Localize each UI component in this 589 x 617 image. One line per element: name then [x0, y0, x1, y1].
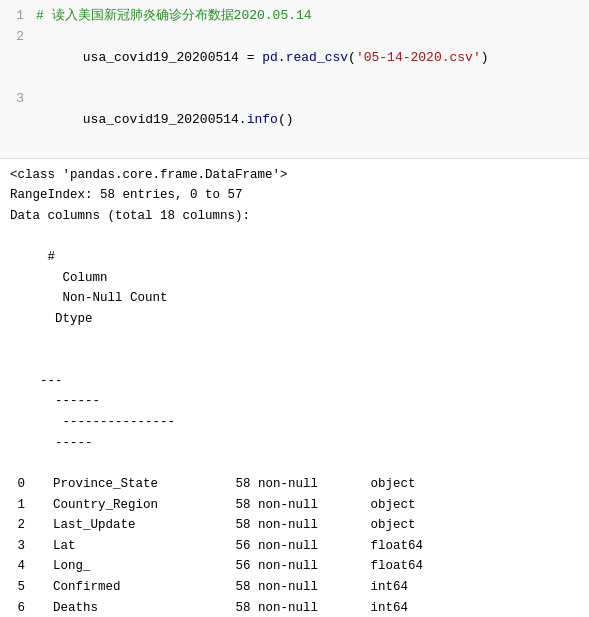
table-row: 1 Country_Region 58 non-null object	[10, 495, 579, 516]
code-expr-2: usa_covid19_20200514 = pd.read_csv('05-1…	[36, 27, 489, 89]
row-nonnull: 56 non-null	[228, 536, 348, 557]
row-nonnull: 58 non-null	[228, 598, 348, 617]
row-col-name: Lat	[38, 536, 228, 557]
row-num: 4	[10, 556, 38, 577]
row-dtype: int64	[348, 598, 408, 617]
table-rows: 0 Province_State 58 non-null object 1 Co…	[10, 474, 579, 617]
line-number-2: 2	[8, 27, 36, 48]
table-header-row: # Column Non-Null Count Dtype	[10, 226, 579, 350]
row-col-name: Province_State	[38, 474, 228, 495]
code-expr-3: usa_covid19_20200514.info()	[36, 89, 293, 151]
row-dtype: object	[348, 515, 416, 536]
row-nonnull: 58 non-null	[228, 515, 348, 536]
row-nonnull: 58 non-null	[228, 474, 348, 495]
row-dtype: object	[348, 474, 416, 495]
col-hash-header: #	[40, 247, 68, 268]
row-dtype: int64	[348, 577, 408, 598]
code-comment: # 读入美国新冠肺炎确诊分布数据2020.05.14	[36, 6, 312, 27]
row-col-name: Last_Update	[38, 515, 228, 536]
code-line-2: 2 usa_covid19_20200514 = pd.read_csv('05…	[0, 27, 589, 89]
row-num: 2	[10, 515, 38, 536]
output-class-line: <class 'pandas.core.frame.DataFrame'>	[10, 165, 579, 186]
row-num: 5	[10, 577, 38, 598]
row-num: 1	[10, 495, 38, 516]
row-nonnull: 58 non-null	[228, 495, 348, 516]
col-dtype-header: Dtype	[40, 309, 93, 330]
sep-count: ---------------	[40, 412, 190, 433]
row-num: 0	[10, 474, 38, 495]
row-num: 6	[10, 598, 38, 617]
line-number-3: 3	[8, 89, 36, 110]
row-nonnull: 58 non-null	[228, 577, 348, 598]
col-count-header: Non-Null Count	[40, 288, 183, 309]
table-separator: --- ------ --------------- -----	[10, 350, 579, 474]
code-line-1: 1 # 读入美国新冠肺炎确诊分布数据2020.05.14	[0, 6, 589, 27]
table-row: 3 Lat 56 non-null float64	[10, 536, 579, 557]
sep-name: ------	[40, 391, 230, 412]
table-row: 5 Confirmed 58 non-null int64	[10, 577, 579, 598]
sep-dtype: -----	[40, 433, 93, 454]
output-data-line: Data columns (total 18 columns):	[10, 206, 579, 227]
row-dtype: float64	[348, 536, 423, 557]
table-row: 6 Deaths 58 non-null int64	[10, 598, 579, 617]
row-nonnull: 56 non-null	[228, 556, 348, 577]
output-block: <class 'pandas.core.frame.DataFrame'> Ra…	[0, 159, 589, 617]
code-line-3: 3 usa_covid19_20200514.info()	[0, 89, 589, 151]
col-name-header: Column	[40, 268, 230, 289]
row-col-name: Deaths	[38, 598, 228, 617]
table-row: 4 Long_ 56 non-null float64	[10, 556, 579, 577]
table-row: 0 Province_State 58 non-null object	[10, 474, 579, 495]
sep-hash: ---	[40, 371, 68, 392]
table-row: 2 Last_Update 58 non-null object	[10, 515, 579, 536]
output-range-line: RangeIndex: 58 entries, 0 to 57	[10, 185, 579, 206]
line-number-1: 1	[8, 6, 36, 27]
row-num: 3	[10, 536, 38, 557]
row-col-name: Long_	[38, 556, 228, 577]
var-name: usa_covid19_20200514	[83, 50, 239, 65]
row-dtype: object	[348, 495, 416, 516]
row-col-name: Country_Region	[38, 495, 228, 516]
row-dtype: float64	[348, 556, 423, 577]
row-col-name: Confirmed	[38, 577, 228, 598]
code-block: 1 # 读入美国新冠肺炎确诊分布数据2020.05.14 2 usa_covid…	[0, 0, 589, 159]
